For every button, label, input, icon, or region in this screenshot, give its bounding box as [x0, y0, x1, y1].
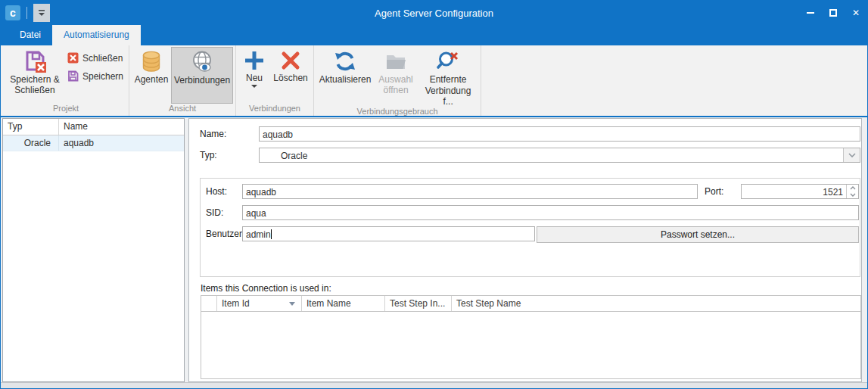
connections-button[interactable]: Verbindungen — [171, 47, 233, 104]
close-project-button[interactable]: Schließen — [64, 51, 126, 65]
group-label-ansicht: Ansicht — [132, 104, 233, 116]
sid-label: SID: — [206, 205, 223, 220]
connection-list-header: Typ Name — [3, 119, 184, 135]
save-button[interactable]: Speichern — [64, 69, 126, 83]
ribbon: Speichern & Schließen Schließen — [1, 45, 867, 117]
connection-row-aquadb[interactable]: Oracle aquadb — [3, 135, 184, 151]
benutzer-input[interactable]: admin — [242, 226, 535, 241]
minimize-button[interactable] — [799, 1, 822, 25]
typ-label: Typ: — [200, 148, 217, 163]
host-label: Host: — [206, 184, 227, 199]
tab-automatisierung[interactable]: Automatisierung — [52, 25, 141, 45]
port-spin-down-button[interactable] — [847, 191, 858, 198]
plus-icon — [243, 49, 266, 72]
agent-server-configuration-window: c Agent Server Configuration ✕ Datei Aut… — [0, 0, 868, 389]
connection-parameters-groupbox: Host: aquadb Port: 1521 — [200, 178, 860, 277]
refresh-label: Aktualisieren — [319, 74, 372, 85]
save-label: Speichern — [82, 71, 123, 82]
benutzer-label: Benutzer: — [206, 226, 244, 241]
port-value: 1521 — [742, 185, 846, 198]
ribbon-group-projekt: Speichern & Schließen Schließen — [3, 45, 129, 116]
group-label-verbindungen: Verbindungen — [238, 104, 311, 116]
close-x-icon — [67, 52, 79, 64]
text-caret — [271, 229, 272, 239]
window-title: Agent Server Configuration — [1, 8, 867, 19]
remote-connection-label-line2: Verbindung f... — [420, 86, 476, 107]
close-project-label: Schließen — [82, 53, 123, 64]
titlebar-separator — [26, 7, 27, 19]
content-area: Typ Name Oracle aquadb Name: aquadb Typ:… — [1, 117, 867, 382]
column-header-name[interactable]: Name — [59, 119, 184, 135]
ribbon-group-verbindungen: Neu Löschen Verbindungen — [236, 45, 314, 116]
maximize-button[interactable] — [822, 1, 845, 25]
remote-connection-button[interactable]: Entfernte Verbindung f... — [418, 47, 478, 107]
connections-label: Verbindungen — [174, 75, 230, 86]
usage-column-indicator — [201, 296, 217, 311]
refresh-icon — [333, 49, 357, 73]
name-input[interactable]: aquadb — [259, 126, 860, 142]
usage-column-item-id-label: Item Id — [222, 298, 250, 309]
window-bottom-strip — [1, 382, 867, 388]
usage-caption: Items this Connection is used in: — [201, 283, 331, 294]
port-spinner[interactable]: 1521 — [741, 184, 859, 199]
search-remove-icon — [436, 49, 460, 73]
close-icon: ✕ — [852, 8, 860, 18]
chevron-down-icon — [848, 153, 856, 157]
folder-icon — [384, 49, 408, 73]
remote-connection-label-line1: Entfernte — [430, 74, 467, 85]
benutzer-value: admin — [246, 229, 271, 240]
tab-datei[interactable]: Datei — [8, 25, 52, 45]
ribbon-group-verbindungsgebrauch: Aktualisieren Auswahl öffnen Entfer — [314, 45, 481, 116]
agents-button[interactable]: Agenten — [132, 47, 171, 104]
delete-x-icon — [279, 49, 302, 72]
chevron-down-bar-icon — [37, 8, 46, 17]
set-password-button[interactable]: Passwort setzen... — [537, 226, 859, 243]
save-close-icon — [23, 49, 47, 73]
ribbon-tab-row: Datei Automatisierung — [1, 25, 867, 45]
titlebar: c Agent Server Configuration ✕ — [1, 1, 867, 25]
new-connection-button[interactable]: Neu — [238, 47, 270, 104]
minimize-icon — [807, 12, 814, 14]
delete-connection-button[interactable]: Löschen — [270, 47, 311, 104]
column-header-typ[interactable]: Typ — [3, 119, 59, 135]
group-label-projekt: Projekt — [5, 104, 126, 116]
typ-combobox[interactable]: Oracle — [259, 148, 860, 163]
connection-row-typ: Oracle — [3, 135, 59, 151]
new-dropdown-icon — [251, 85, 257, 88]
open-selection-button: Auswahl öffnen — [374, 47, 418, 107]
chevron-up-icon — [850, 186, 856, 190]
delete-connection-label: Löschen — [273, 73, 307, 83]
name-label: Name: — [200, 126, 226, 142]
filter-dropdown-icon[interactable] — [289, 302, 295, 306]
database-icon — [139, 49, 163, 73]
usage-column-test-step-in[interactable]: Test Step In... — [385, 296, 452, 311]
refresh-button[interactable]: Aktualisieren — [316, 47, 374, 107]
maximize-icon — [829, 9, 837, 17]
typ-combobox-dropdown-button[interactable] — [843, 148, 860, 162]
connection-list-panel: Typ Name Oracle aquadb — [2, 118, 185, 382]
typ-combobox-value: Oracle — [260, 148, 843, 162]
quick-access-dropdown-button[interactable] — [33, 4, 50, 22]
projekt-small-buttons: Schließen Speichern — [64, 47, 126, 104]
usage-column-item-name[interactable]: Item Name — [302, 296, 385, 311]
port-label: Port: — [705, 184, 723, 199]
agents-label: Agenten — [135, 74, 169, 85]
save-and-close-label: Speichern & Schließen — [8, 74, 62, 95]
usage-table-header: Item Id Item Name Test Step In... Test S… — [201, 296, 860, 312]
window-controls: ✕ — [799, 1, 867, 25]
group-label-verbindungsgebrauch: Verbindungsgebrauch — [316, 107, 478, 117]
new-connection-label: Neu — [246, 73, 263, 83]
app-logo-icon[interactable]: c — [5, 5, 20, 20]
usage-column-test-step-name[interactable]: Test Step Name — [452, 296, 860, 311]
save-and-close-button[interactable]: Speichern & Schließen — [5, 47, 64, 104]
host-input[interactable]: aquadb — [242, 184, 698, 199]
port-spin-up-button[interactable] — [847, 185, 858, 191]
open-selection-label: Auswahl öffnen — [376, 74, 415, 95]
connection-detail-panel: Name: aquadb Typ: Oracle Host: aquadb Po… — [188, 118, 862, 382]
sid-input[interactable]: aqua — [242, 205, 859, 220]
close-button[interactable]: ✕ — [845, 1, 867, 25]
save-icon — [67, 70, 79, 82]
port-spin-buttons — [846, 185, 858, 198]
connection-row-name: aquadb — [59, 135, 184, 151]
usage-column-item-id[interactable]: Item Id — [217, 296, 302, 311]
